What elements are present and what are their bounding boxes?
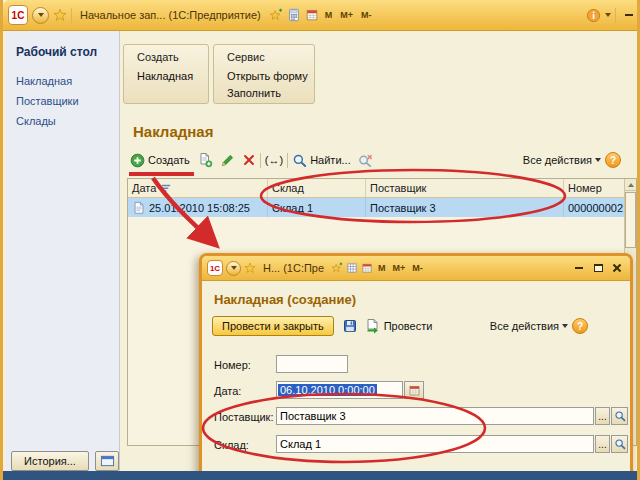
sort-icon (160, 182, 172, 194)
search-icon (292, 153, 307, 168)
toolbar-separator (260, 153, 261, 168)
number-input[interactable] (276, 355, 348, 373)
minimize-icon[interactable] (571, 260, 587, 276)
history-button[interactable]: История... (11, 451, 89, 471)
date-field-label: Дата: (214, 382, 241, 400)
column-header-supplier[interactable]: Поставщик (366, 179, 564, 197)
memory-m-plus-button[interactable]: M+ (391, 262, 408, 274)
toolbar-separator (287, 153, 288, 168)
column-header-warehouse[interactable]: Склад (268, 179, 366, 197)
add-favorite-icon[interactable] (269, 8, 283, 22)
memory-m-button[interactable]: M (323, 9, 335, 21)
search-cancel-icon (358, 153, 373, 168)
main-menu-button[interactable] (32, 7, 49, 24)
calendar-icon[interactable] (305, 8, 319, 22)
dialog-menu-button[interactable] (226, 261, 241, 276)
post-and-close-label: Провести и закрыть (222, 320, 324, 332)
save-button[interactable] (339, 316, 361, 336)
chevron-down-icon (231, 266, 237, 270)
all-actions-button[interactable]: Все действия (520, 152, 604, 168)
restore-icon[interactable] (590, 260, 606, 276)
memory-m-plus-button[interactable]: M+ (338, 9, 355, 21)
search-icon (614, 410, 626, 422)
find-button-label: Найти... (310, 154, 351, 166)
dialog-titlebar: 1С Н... (1С:Пре M M+ M- (202, 256, 630, 281)
dialog-all-actions-label: Все действия (490, 320, 559, 332)
calculator-icon[interactable] (287, 8, 301, 22)
show-window-button[interactable] (95, 451, 119, 471)
dialog-heading: Накладная (создание) (214, 292, 356, 307)
memory-m-minus-button[interactable]: M- (410, 262, 425, 274)
memory-m-minus-button[interactable]: M- (359, 9, 374, 21)
sidebar-item-postavshchiki[interactable]: Поставщики (6, 91, 119, 111)
warehouse-field-label: Склад: (214, 436, 249, 454)
dialog-help-button[interactable]: ? (572, 318, 588, 334)
minimize-icon[interactable] (620, 6, 638, 24)
all-actions-label: Все действия (523, 154, 592, 166)
bottom-status-strip (3, 471, 640, 480)
cell-date: 25.01.2010 15:08:25 (128, 198, 268, 217)
supplier-select-button[interactable]: ... (595, 407, 610, 425)
supplier-open-button[interactable] (611, 407, 628, 425)
date-selected-text: 06.10.2010 0:00:00 (278, 384, 377, 396)
document-icon (132, 201, 146, 215)
hidden-icons-chevron-icon[interactable] (605, 13, 611, 17)
date-picker-button[interactable] (404, 381, 424, 399)
info-icon[interactable] (586, 8, 601, 23)
dialog-all-actions-button[interactable]: Все действия (487, 318, 571, 334)
dialog-title: Н... (1С:Пре (263, 262, 324, 274)
cell-supplier: Поставщик 3 (366, 198, 564, 217)
help-button[interactable]: ? (605, 152, 621, 168)
list-heading: Накладная (133, 123, 213, 140)
chevron-down-icon (38, 13, 44, 17)
history-button-label: История... (24, 455, 76, 467)
copy-document-icon (197, 152, 213, 168)
column-header-number[interactable]: Номер (564, 179, 626, 197)
find-button[interactable]: Найти... (289, 151, 354, 170)
sidebar-item-nakladnaya[interactable]: Накладная (6, 71, 119, 91)
dialog-help-label: ? (577, 321, 583, 332)
calendar-icon[interactable] (361, 262, 373, 274)
panel-create: Создать Накладная (123, 44, 209, 104)
chevron-down-icon (595, 158, 601, 162)
post-and-close-button[interactable]: Провести и закрыть (212, 316, 334, 336)
warehouse-select-button[interactable]: ... (595, 435, 610, 453)
panel-service-item-fill[interactable]: Заполнить (214, 85, 314, 102)
app-logo: 1С (8, 5, 28, 25)
delete-button[interactable] (239, 151, 259, 169)
scroll-up-button[interactable] (625, 179, 636, 191)
panel-service: Сервис Открыть форму Заполнить (213, 44, 315, 104)
panel-service-item-open-form[interactable]: Открыть форму (214, 68, 314, 85)
post-button-label: Провести (384, 320, 433, 332)
cancel-search-button[interactable] (355, 151, 376, 170)
warehouse-input[interactable] (276, 435, 594, 453)
calendar-icon (408, 384, 421, 397)
supplier-input[interactable] (276, 407, 594, 425)
floppy-icon (342, 318, 358, 334)
table-row[interactable]: 25.01.2010 15:08:25 Склад 1 Поставщик 3 … (128, 198, 636, 217)
grid-icon[interactable] (346, 262, 358, 274)
favorites-star-icon[interactable] (244, 262, 256, 274)
add-favorite-icon[interactable] (331, 262, 343, 274)
date-interval-button[interactable]: (↔) (262, 152, 286, 168)
panel-create-item-nakladnaya[interactable]: Накладная (124, 68, 208, 85)
memory-m-button[interactable]: M (376, 262, 388, 274)
cell-number: 000000002 (564, 198, 626, 217)
sidebar: Рабочий стол Накладная Поставщики Склады (6, 31, 120, 472)
triangle-up-icon (628, 183, 634, 187)
copy-button[interactable] (194, 150, 216, 170)
favorites-star-icon[interactable] (53, 8, 67, 22)
warehouse-open-button[interactable] (611, 435, 628, 453)
create-button[interactable]: Создать (127, 151, 193, 170)
column-header-date[interactable]: Дата (128, 179, 268, 197)
sidebar-title: Рабочий стол (6, 31, 119, 71)
dialog-command-bar: Провести и закрыть Провести Все действия… (212, 313, 626, 339)
edit-button[interactable] (217, 151, 238, 170)
close-icon[interactable] (609, 260, 625, 276)
scrollbar-thumb[interactable] (625, 192, 636, 248)
table-header-row: Дата Склад Поставщик Номер (128, 179, 636, 198)
sidebar-item-sklady[interactable]: Склады (6, 111, 119, 131)
post-button[interactable]: Провести (362, 316, 436, 336)
date-input[interactable]: 06.10.2010 0:00:00 (276, 381, 403, 399)
dialog-logo: 1С (207, 260, 223, 276)
